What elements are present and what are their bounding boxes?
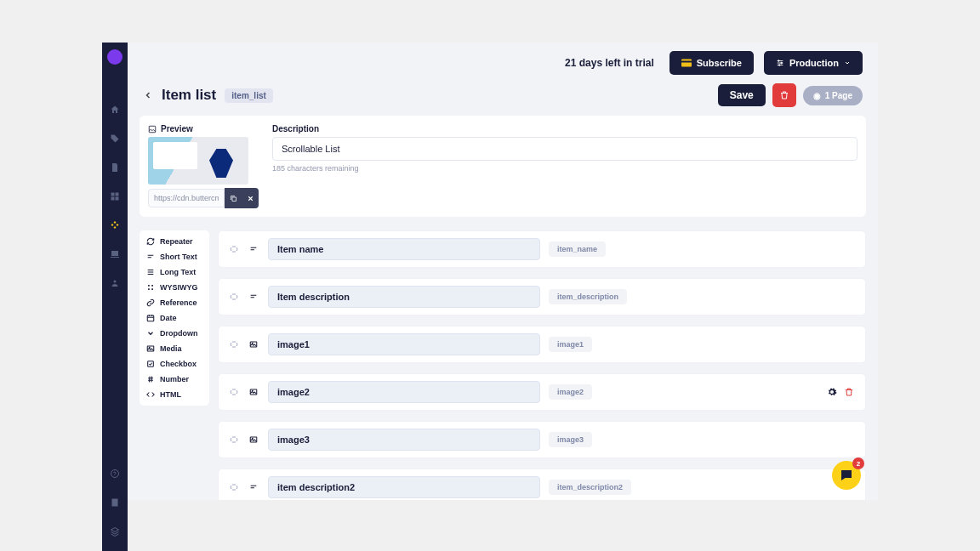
palette-short-text[interactable]: Short Text <box>140 249 209 264</box>
field-label-input[interactable] <box>268 381 540 403</box>
image-icon <box>248 435 259 444</box>
cdn-url-input[interactable] <box>148 189 225 207</box>
short-text-icon <box>248 245 259 253</box>
page-title: Item list <box>162 87 216 104</box>
env-label: Production <box>789 58 839 68</box>
drag-handle-icon[interactable] <box>229 244 239 254</box>
drag-handle-icon[interactable] <box>229 339 239 349</box>
fields-list: item_nameitem_descriptionimage1image2ima… <box>218 230 866 500</box>
copy-url-button[interactable] <box>225 188 242 208</box>
api-slug-pill: image3 <box>549 432 592 447</box>
short-text-icon <box>146 253 155 261</box>
svg-rect-7 <box>149 126 156 133</box>
subscribe-button[interactable]: Subscribe <box>669 51 754 75</box>
drag-handle-icon[interactable] <box>229 387 239 397</box>
palette-number[interactable]: Number <box>140 372 209 387</box>
nav-media-icon[interactable] <box>109 248 121 260</box>
api-slug-pill: item_name <box>549 241 606 257</box>
svg-point-0 <box>114 281 117 283</box>
field-label-input[interactable] <box>268 238 540 260</box>
image-icon <box>148 125 157 133</box>
subscribe-label: Subscribe <box>697 58 742 68</box>
code-icon <box>146 390 155 399</box>
field-row-item_description[interactable]: item_description <box>218 278 866 315</box>
clear-url-button[interactable] <box>242 188 259 208</box>
palette-html[interactable]: HTML <box>140 387 209 402</box>
avatar[interactable] <box>107 49 122 65</box>
nav-tag-icon[interactable] <box>109 133 121 145</box>
field-label-input[interactable] <box>268 286 540 308</box>
nav-users-icon[interactable] <box>109 277 121 289</box>
palette-media[interactable]: Media <box>140 341 209 356</box>
image-icon <box>248 388 259 396</box>
short-text-icon <box>248 483 259 491</box>
svg-point-18 <box>252 438 253 439</box>
sliders-icon <box>776 59 784 67</box>
nav-docs-icon[interactable] <box>109 497 121 508</box>
api-slug-pill: item_description2 <box>549 480 631 495</box>
drag-handle-icon[interactable] <box>229 435 239 445</box>
chat-notification-badge: 2 <box>852 457 864 469</box>
trash-icon[interactable] <box>843 386 855 398</box>
calendar-icon <box>146 314 155 322</box>
api-slug-pill: image2 <box>549 384 592 400</box>
meta-card: Preview Description 185 characters remai… <box>140 116 866 217</box>
gear-icon[interactable] <box>826 386 838 398</box>
preview-thumbnail[interactable] <box>148 137 248 185</box>
chevron-down-icon <box>146 329 155 338</box>
field-row-item_description2[interactable]: item_description2 <box>218 469 866 500</box>
nav-help-icon[interactable] <box>109 468 121 480</box>
slug-pill: item_list <box>225 88 273 103</box>
palette-long-text[interactable]: Long Text <box>140 264 209 280</box>
description-input[interactable] <box>272 137 858 161</box>
nav-home-icon[interactable] <box>109 104 121 116</box>
description-char-count: 185 characters remaining <box>272 164 858 173</box>
link-icon <box>146 298 155 307</box>
delete-button[interactable] <box>772 83 796 107</box>
drag-handle-icon[interactable] <box>229 292 239 302</box>
nav-grid-icon[interactable] <box>109 190 121 202</box>
nav-layers-icon[interactable] <box>109 525 121 537</box>
api-slug-pill: item_description <box>549 289 627 304</box>
palette-reference[interactable]: Reference <box>140 295 209 310</box>
stack-icon: ◉ <box>813 91 821 100</box>
field-row-image2[interactable]: image2 <box>218 373 866 411</box>
field-label-input[interactable] <box>268 476 540 498</box>
left-nav-rail <box>102 43 128 551</box>
field-row-image1[interactable]: image1 <box>218 326 866 363</box>
svg-point-14 <box>252 343 253 344</box>
description-section-label: Description <box>272 124 858 133</box>
svg-point-5 <box>781 62 783 64</box>
field-row-image3[interactable]: image3 <box>218 421 866 458</box>
top-bar: 21 days left in trial Subscribe Producti… <box>128 43 878 83</box>
nav-components-icon[interactable] <box>109 219 121 231</box>
back-button[interactable] <box>143 90 153 100</box>
wysiwyg-icon <box>146 283 155 292</box>
field-label-input[interactable] <box>268 333 540 355</box>
svg-point-16 <box>252 390 253 391</box>
palette-date[interactable]: Date <box>140 310 209 326</box>
palette-dropdown[interactable]: Dropdown <box>140 326 209 341</box>
short-text-icon <box>248 293 259 301</box>
palette-checkbox[interactable]: Checkbox <box>140 356 209 372</box>
chat-widget[interactable]: 2 <box>832 461 861 490</box>
pages-count-label: 1 Page <box>825 91 852 100</box>
svg-point-4 <box>778 60 779 62</box>
page-header: Item list item_list Save ◉ 1 Page <box>128 83 878 116</box>
trial-remaining: 21 days left in trial <box>565 57 654 69</box>
palette-wysiwyg[interactable]: WYSIWYG <box>140 280 209 295</box>
environment-selector[interactable]: Production <box>764 51 863 75</box>
field-label-input[interactable] <box>268 429 540 451</box>
field-row-item_name[interactable]: item_name <box>218 230 866 268</box>
nav-page-icon[interactable] <box>109 162 121 173</box>
api-slug-pill: image1 <box>549 337 592 352</box>
save-button[interactable]: Save <box>718 84 766 106</box>
drag-handle-icon[interactable] <box>229 482 239 492</box>
image-icon <box>146 344 155 353</box>
palette-repeater[interactable]: Repeater <box>140 234 209 249</box>
chat-icon <box>839 468 854 483</box>
svg-rect-2 <box>681 60 692 67</box>
check-icon <box>146 360 155 368</box>
svg-rect-9 <box>147 315 154 321</box>
pages-counter[interactable]: ◉ 1 Page <box>803 86 863 105</box>
